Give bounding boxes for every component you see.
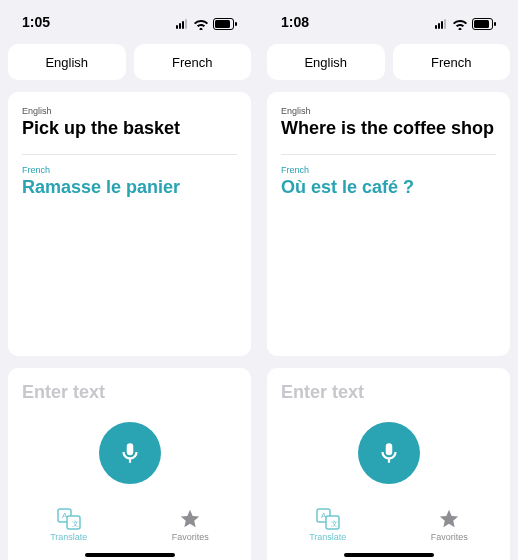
screens-row: 1:05 English French English Pick up the …	[0, 0, 518, 560]
svg-text:A: A	[321, 511, 327, 520]
tab-translate[interactable]: A文 Translate	[8, 502, 130, 548]
target-language-button[interactable]: French	[134, 44, 252, 80]
svg-text:文: 文	[71, 520, 78, 527]
translation-card: English Pick up the basket French Ramass…	[8, 92, 251, 356]
source-text: Where is the coffee shop	[281, 118, 496, 140]
target-language-label: French	[22, 165, 237, 175]
source-language-label: English	[281, 106, 496, 116]
target-text: Où est le café ?	[281, 177, 496, 198]
tab-bar: A文 Translate Favorites	[267, 502, 510, 560]
svg-rect-8	[474, 20, 489, 28]
input-panel: Enter text A文 Translate Favorites	[8, 368, 251, 560]
tab-translate[interactable]: A文 Translate	[267, 502, 389, 548]
tab-favorites[interactable]: Favorites	[130, 502, 252, 548]
home-indicator	[344, 553, 434, 557]
divider	[22, 154, 237, 155]
source-language-button[interactable]: English	[8, 44, 126, 80]
battery-icon	[213, 18, 237, 30]
microphone-button[interactable]	[99, 422, 161, 484]
svg-text:A: A	[62, 511, 68, 520]
language-selector: English French	[8, 44, 251, 80]
svg-rect-1	[215, 20, 230, 28]
source-language-button[interactable]: English	[267, 44, 385, 80]
status-right	[176, 18, 237, 30]
status-bar: 1:05	[8, 0, 251, 32]
phone-screen: 1:08 English French English Where is the…	[259, 0, 518, 560]
tab-favorites-label: Favorites	[172, 532, 209, 542]
microphone-icon	[117, 440, 143, 466]
signal-icon	[435, 19, 446, 29]
tab-translate-label: Translate	[309, 532, 346, 542]
wifi-icon	[452, 18, 468, 30]
text-input[interactable]: Enter text	[22, 382, 237, 403]
tab-bar: A文 Translate Favorites	[8, 502, 251, 560]
status-right	[435, 18, 496, 30]
svg-text:文: 文	[330, 520, 337, 527]
source-language-label: English	[22, 106, 237, 116]
star-icon	[179, 508, 201, 530]
svg-rect-9	[494, 22, 496, 26]
tab-favorites-label: Favorites	[431, 532, 468, 542]
battery-icon	[472, 18, 496, 30]
translate-icon: A文	[57, 508, 81, 530]
text-input[interactable]: Enter text	[281, 382, 496, 403]
phone-screen: 1:05 English French English Pick up the …	[0, 0, 259, 560]
target-language-button[interactable]: French	[393, 44, 511, 80]
target-text: Ramasse le panier	[22, 177, 237, 198]
home-indicator	[85, 553, 175, 557]
status-time: 1:08	[281, 14, 309, 30]
status-time: 1:05	[22, 14, 50, 30]
translation-card: English Where is the coffee shop French …	[267, 92, 510, 356]
microphone-button[interactable]	[358, 422, 420, 484]
star-icon	[438, 508, 460, 530]
svg-rect-2	[235, 22, 237, 26]
tab-favorites[interactable]: Favorites	[389, 502, 511, 548]
signal-icon	[176, 19, 187, 29]
input-panel: Enter text A文 Translate Favorites	[267, 368, 510, 560]
status-bar: 1:08	[267, 0, 510, 32]
language-selector: English French	[267, 44, 510, 80]
tab-translate-label: Translate	[50, 532, 87, 542]
translate-icon: A文	[316, 508, 340, 530]
wifi-icon	[193, 18, 209, 30]
source-text: Pick up the basket	[22, 118, 237, 140]
target-language-label: French	[281, 165, 496, 175]
microphone-icon	[376, 440, 402, 466]
divider	[281, 154, 496, 155]
